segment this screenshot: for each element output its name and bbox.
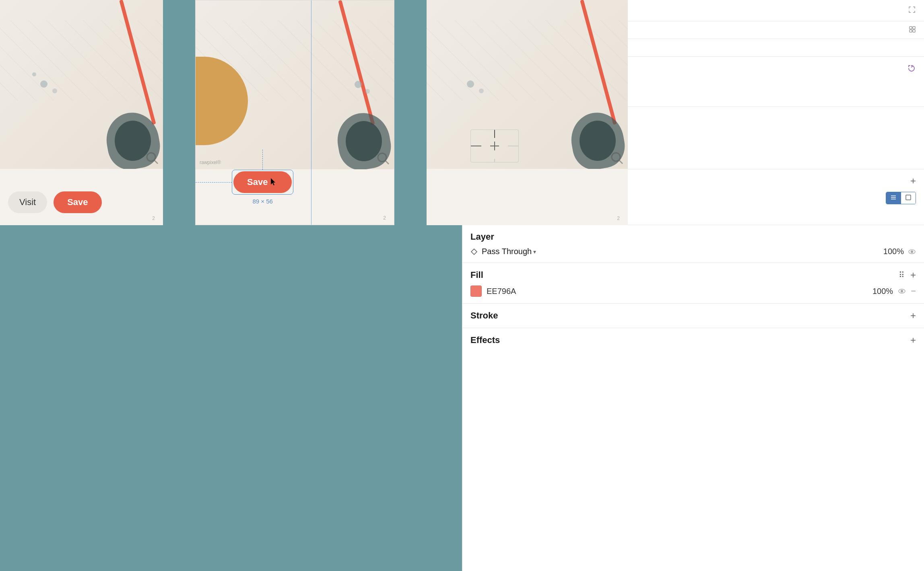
fill-visibility-icon[interactable]	[898, 287, 906, 295]
save-button-selected[interactable]: Save	[233, 171, 292, 193]
svg-rect-13	[906, 195, 911, 200]
layer-title: Layer	[470, 232, 916, 242]
wrap-btn-right[interactable]	[901, 192, 916, 204]
fill-section: Fill ⠿ + EE796A 100% −	[462, 263, 924, 304]
svg-point-18	[901, 290, 903, 292]
fill-title: Fill	[470, 270, 483, 280]
svg-rect-7	[913, 27, 915, 29]
layer-row: Pass Through ▾ 100%	[470, 247, 916, 256]
frame-right: 2	[427, 0, 628, 225]
visibility-icon[interactable]	[908, 248, 916, 256]
layer-section: Layer Pass Through ▾ 100%	[462, 225, 924, 263]
svg-rect-8	[910, 30, 912, 32]
fill-color-hex[interactable]: EE796A	[487, 287, 868, 296]
visit-button[interactable]: Visit	[8, 191, 47, 213]
blend-chevron: ▾	[533, 249, 536, 255]
auto-layout-add-btn[interactable]: +	[910, 176, 916, 186]
blend-mode-icon	[470, 248, 478, 255]
watermark: rawpixel®	[200, 160, 221, 165]
fill-add-btn[interactable]: +	[910, 269, 916, 281]
layer-opacity-value[interactable]: 100%	[883, 247, 904, 256]
canvas-area: Visit Save 2	[0, 0, 462, 571]
stroke-section: Stroke +	[462, 304, 924, 328]
wrap-btn-left[interactable]	[886, 192, 901, 204]
guide-line	[311, 0, 311, 225]
svg-line-1	[155, 160, 158, 164]
effects-add-btn[interactable]: +	[910, 335, 916, 346]
frame-center: rawpixel® Save	[195, 0, 394, 225]
resize-icon[interactable]	[908, 6, 916, 15]
stroke-add-btn[interactable]: +	[910, 310, 916, 321]
effects-section: Effects +	[462, 328, 924, 352]
frame-left-buttons: Visit Save	[8, 191, 102, 213]
fill-grid-icon[interactable]: ⠿	[899, 270, 905, 280]
svg-line-3	[386, 161, 389, 164]
fill-remove-btn[interactable]: −	[911, 287, 916, 296]
expand-corners-icon[interactable]	[909, 26, 916, 35]
svg-point-16	[911, 251, 913, 253]
blend-mode-select[interactable]: Pass Through ▾	[482, 247, 536, 256]
fill-row: EE796A 100% −	[470, 286, 916, 297]
blend-mode-value: Pass Through	[482, 247, 532, 256]
dimension-label: 89 × 56	[252, 198, 272, 205]
frame-left: Visit Save 2	[0, 0, 163, 225]
svg-rect-6	[910, 27, 912, 29]
svg-line-5	[619, 160, 623, 164]
fill-opacity-value[interactable]: 100%	[872, 287, 893, 296]
svg-point-4	[612, 153, 620, 161]
effects-title: Effects	[470, 335, 500, 345]
svg-point-0	[147, 153, 155, 161]
stroke-title: Stroke	[470, 310, 498, 321]
svg-point-2	[378, 153, 386, 162]
save-button-left[interactable]: Save	[54, 191, 101, 213]
fill-color-swatch[interactable]	[470, 286, 482, 297]
fill-header: Fill ⠿ +	[470, 269, 916, 281]
constraints-visual	[470, 129, 519, 162]
svg-rect-9	[913, 30, 915, 32]
selected-button-container: Save 89 × 56	[232, 150, 293, 205]
wrap-buttons	[886, 192, 916, 204]
instance-reset-icon[interactable]	[907, 64, 916, 74]
